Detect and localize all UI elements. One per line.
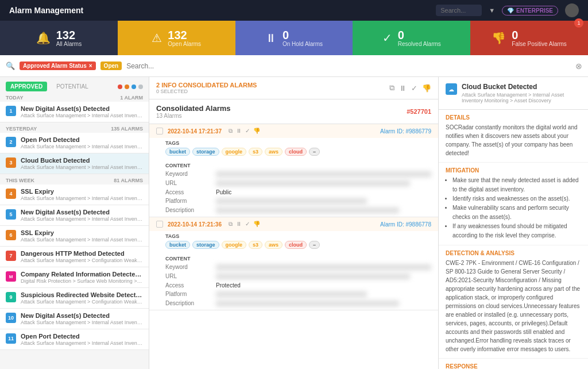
entry-tags-section: TAGS bucket storage google s3 aws cloud … <box>149 138 438 160</box>
dot-blue[interactable] <box>131 84 136 89</box>
stat-resolved-alarms[interactable]: ✓ 0 Resolved Alarms <box>353 21 470 55</box>
dot-orange[interactable] <box>125 84 129 89</box>
entry-tags-section: TAGS bucket storage google s3 aws cloud … <box>149 231 438 253</box>
tags-label: TAGS <box>165 233 431 239</box>
open-status-badge[interactable]: Open <box>100 62 122 70</box>
list-item[interactable]: 2 Open Port Detected Attack Surface Mana… <box>0 133 149 153</box>
alarm-entry-header: 2022-10-14 17:21:36 ⧉ ⏸ ✓ 👎 Alarm ID: #9… <box>149 217 438 231</box>
copy-icon[interactable]: ⧉ <box>389 83 394 93</box>
stat-open-alarms[interactable]: ⚠ 132 Open Alarms <box>118 21 235 55</box>
list-item[interactable]: 11 Open Port Detected Attack Surface Man… <box>0 329 149 350</box>
tag-google[interactable]: google <box>222 241 247 249</box>
list-item[interactable]: 7 Dangerous HTTP Method Detected Attack … <box>0 247 149 267</box>
date-header-today: TODAY 1 ALARM <box>0 91 149 102</box>
content-label: CONTENT <box>165 256 431 262</box>
description-label: Description <box>165 206 211 214</box>
list-item[interactable]: M Company Related Information Detected o… <box>0 267 149 288</box>
alarm-title: Open Port Detected <box>21 333 143 340</box>
search-input[interactable] <box>126 62 571 70</box>
tag-s3[interactable]: s3 <box>249 241 262 249</box>
details-title: DETAILS <box>446 114 581 121</box>
pause-alarm-icon[interactable]: ⏸ <box>399 84 407 93</box>
tag-more[interactable]: – <box>309 148 320 156</box>
search-icon: 🔍 <box>6 62 15 70</box>
tag-storage[interactable]: storage <box>192 148 219 156</box>
entry-false-pos-icon[interactable]: 👎 <box>253 221 260 228</box>
alarm-title: Suspicious Redirected Website Detected <box>21 291 143 298</box>
alarm-list-panel: APPROVED POTENTIAL TODAY 1 ALARM 1 New D… <box>0 77 149 369</box>
alarm-num: 11 <box>6 333 16 344</box>
tag-google[interactable]: google <box>222 148 247 156</box>
tab-approved[interactable]: APPROVED <box>6 82 47 91</box>
chevron-down-icon[interactable]: ▼ <box>489 7 495 14</box>
right-panel-header: ☁ Cloud Bucket Detected Attack Surface M… <box>439 77 588 110</box>
alarm-subtitle: Attack Surface Management > Internal Ass… <box>21 216 143 222</box>
alarm-subtitle: Attack Surface Management > Internal Ass… <box>21 113 143 118</box>
alarm-subtitle: Digital Risk Protection > Surface Web Mo… <box>21 278 143 284</box>
alarm-entry: 2022-10-14 17:21:37 ⧉ ⏸ ✓ 👎 Alarm ID: #9… <box>149 124 438 217</box>
stat-all-alarms[interactable]: 🔔 132 All Alarms <box>0 21 118 55</box>
alarm-num: 2 <box>6 137 16 147</box>
alarm-title: New Digital Asset(s) Detected <box>21 105 143 112</box>
tag-cloud[interactable]: cloud <box>285 241 307 249</box>
dot-red[interactable] <box>118 84 122 89</box>
tag-s3[interactable]: s3 <box>249 148 262 156</box>
open-alarms-label: Open Alarms <box>168 41 201 47</box>
list-item[interactable]: 1 New Digital Asset(s) Detected Attack S… <box>0 102 149 122</box>
tag-cloud[interactable]: cloud <box>285 148 307 156</box>
close-badge-icon[interactable]: × <box>89 63 92 69</box>
alarm-num: 7 <box>6 251 16 261</box>
entry-pause-icon[interactable]: ⏸ <box>236 221 242 228</box>
list-item[interactable]: 3 Cloud Bucket Detected Attack Surface M… <box>0 153 149 174</box>
tag-aws[interactable]: aws <box>265 241 283 249</box>
details-text: SOCRadar constantly monitors the digital… <box>446 123 581 157</box>
approved-alarm-status-badge[interactable]: Approved Alarm Status × <box>20 62 96 70</box>
right-panel-subtitle: Attack Surface Management > Internal Ass… <box>462 92 581 103</box>
tag-aws[interactable]: aws <box>265 148 283 156</box>
hold-alarms-count: 0 <box>283 29 323 41</box>
entry-resolve-icon[interactable]: ✓ <box>245 221 250 228</box>
hold-alarms-label: On Hold Alarms <box>283 41 323 47</box>
entry-copy-icon[interactable]: ⧉ <box>229 221 233 228</box>
alarm-id: #527701 <box>407 108 431 115</box>
list-item[interactable]: 9 Suspicious Redirected Website Detected… <box>0 288 149 309</box>
list-item[interactable]: 10 New Digital Asset(s) Detected Attack … <box>0 309 149 329</box>
dot-gray[interactable] <box>138 84 143 89</box>
filter-dots <box>118 84 143 89</box>
stat-hold-alarms[interactable]: ⏸ 0 On Hold Alarms <box>235 21 353 55</box>
tag-more[interactable]: – <box>309 241 320 249</box>
clear-search-button[interactable]: ⊗ <box>575 62 582 71</box>
false-positive-icon[interactable]: 👎 <box>422 84 431 93</box>
entry-false-pos-icon[interactable]: 👎 <box>253 128 260 134</box>
alarm-num: 10 <box>6 313 16 323</box>
alarm-num: M <box>6 271 16 282</box>
entry-checkbox[interactable] <box>156 128 163 134</box>
url-value <box>216 180 410 186</box>
alarm-entries: 2022-10-14 17:21:37 ⧉ ⏸ ✓ 👎 Alarm ID: #9… <box>149 124 438 369</box>
tag-bucket[interactable]: bucket <box>165 148 190 156</box>
header-search[interactable] <box>436 5 482 16</box>
tab-potential[interactable]: POTENTIAL <box>52 82 93 91</box>
tag-bucket[interactable]: bucket <box>165 241 190 249</box>
entry-pause-icon[interactable]: ⏸ <box>236 128 242 134</box>
entry-checkbox[interactable] <box>156 221 163 228</box>
entry-alarm-id: Alarm ID: #9886778 <box>380 221 431 228</box>
alarm-title: New Digital Asset(s) Detected <box>21 312 143 319</box>
mitigation-title: MITIGATION <box>446 167 581 174</box>
resolve-alarm-icon[interactable]: ✓ <box>411 84 417 93</box>
alarm-subtitle: Attack Surface Management > Configuratio… <box>21 257 143 263</box>
avatar[interactable] <box>565 3 579 17</box>
entry-copy-icon[interactable]: ⧉ <box>229 128 233 134</box>
list-item[interactable]: 5 New Digital Asset(s) Detected Attack S… <box>0 205 149 226</box>
content-grid: Keyword URL Access Public Platform Descr… <box>165 170 431 214</box>
search-bar: 🔍 Approved Alarm Status × Open ⊗ <box>0 55 588 77</box>
platform-label: Platform <box>165 197 211 205</box>
tag-storage[interactable]: storage <box>192 241 219 249</box>
entry-resolve-icon[interactable]: ✓ <box>245 128 250 134</box>
list-item[interactable]: 6 SSL Expiry Attack Surface Management >… <box>0 226 149 247</box>
list-item[interactable]: 4 SSL Expiry Attack Surface Management >… <box>0 184 149 205</box>
description-value <box>216 207 399 213</box>
entry-content-section: CONTENT Keyword URL Access Public Platfo… <box>149 160 438 217</box>
stat-false-positive-alarms[interactable]: 1 👎 0 False Positive Alarms <box>470 21 588 55</box>
keyword-label: Keyword <box>165 263 211 271</box>
